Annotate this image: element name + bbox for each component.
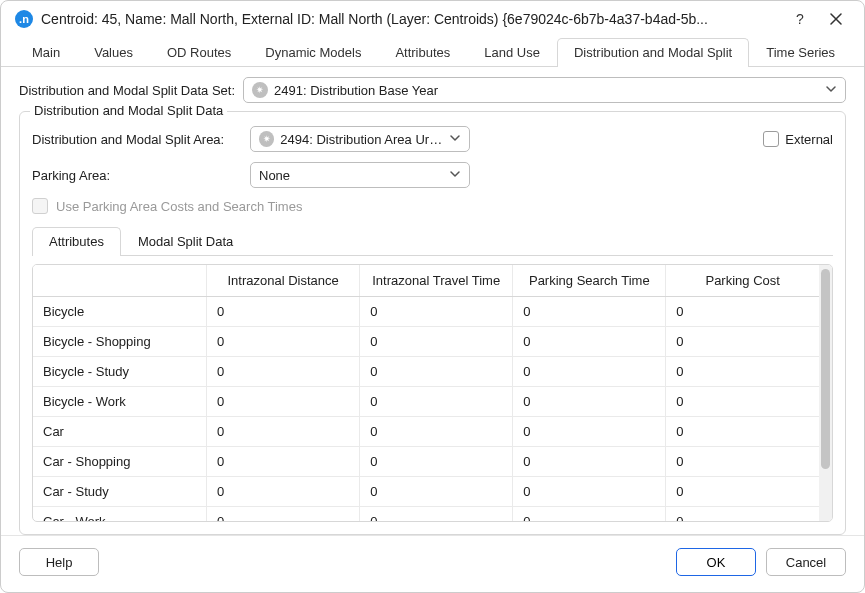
table-frame: Intrazonal Distance Intrazonal Travel Ti… — [32, 264, 833, 522]
tab-time-series[interactable]: Time Series — [749, 38, 852, 67]
tab-main[interactable]: Main — [15, 38, 77, 67]
cell-value[interactable]: 0 — [360, 477, 513, 507]
dataset-label: Distribution and Modal Split Data Set: — [19, 83, 235, 98]
cell-value[interactable]: 0 — [207, 387, 360, 417]
table-row[interactable]: Bicycle0000 — [33, 297, 819, 327]
cell-value[interactable]: 0 — [666, 327, 819, 357]
cell-value[interactable]: 0 — [360, 327, 513, 357]
help-icon[interactable]: ? — [786, 9, 814, 29]
ok-button[interactable]: OK — [676, 548, 756, 576]
cell-value[interactable]: 0 — [666, 507, 819, 522]
table-row[interactable]: Bicycle - Work0000 — [33, 387, 819, 417]
footer: Help OK Cancel — [1, 535, 864, 592]
cell-value[interactable]: 0 — [513, 507, 666, 522]
cell-value[interactable]: 0 — [360, 447, 513, 477]
attributes-table[interactable]: Intrazonal Distance Intrazonal Travel Ti… — [33, 265, 819, 521]
table-row[interactable]: Car - Work0000 — [33, 507, 819, 522]
parking-label: Parking Area: — [32, 168, 242, 183]
cell-mode[interactable]: Car — [33, 417, 207, 447]
parking-row: Parking Area: None — [32, 162, 833, 188]
vertical-scrollbar[interactable] — [819, 265, 832, 521]
external-checkbox[interactable] — [763, 131, 779, 147]
area-combo[interactable]: ✷ 2494: Distribution Area Urban — [250, 126, 470, 152]
use-costs-label: Use Parking Area Costs and Search Times — [56, 199, 302, 214]
cell-value[interactable]: 0 — [513, 447, 666, 477]
distribution-group: Distribution and Modal Split Data Distri… — [19, 111, 846, 535]
cell-value[interactable]: 0 — [513, 297, 666, 327]
area-label: Distribution and Modal Split Area: — [32, 132, 242, 147]
chevron-down-icon — [825, 83, 837, 98]
cell-mode[interactable]: Bicycle - Shopping — [33, 327, 207, 357]
table-row[interactable]: Bicycle - Study0000 — [33, 357, 819, 387]
tab-dynamic-models[interactable]: Dynamic Models — [248, 38, 378, 67]
main-tabstrip: Main Values OD Routes Dynamic Models Att… — [1, 37, 864, 67]
dataset-object-icon: ✷ — [252, 82, 268, 98]
scrollbar-thumb[interactable] — [821, 269, 830, 469]
parking-combo[interactable]: None — [250, 162, 470, 188]
cancel-button[interactable]: Cancel — [766, 548, 846, 576]
use-costs-checkbox — [32, 198, 48, 214]
col-intrazonal-travel-time[interactable]: Intrazonal Travel Time — [360, 265, 513, 297]
cell-value[interactable]: 0 — [207, 477, 360, 507]
cell-mode[interactable]: Bicycle - Work — [33, 387, 207, 417]
help-button[interactable]: Help — [19, 548, 99, 576]
external-check-wrap: External — [763, 131, 833, 147]
cell-value[interactable]: 0 — [513, 327, 666, 357]
cell-value[interactable]: 0 — [360, 417, 513, 447]
cell-value[interactable]: 0 — [513, 417, 666, 447]
tab-od-routes[interactable]: OD Routes — [150, 38, 248, 67]
table-row[interactable]: Bicycle - Shopping0000 — [33, 327, 819, 357]
cell-mode[interactable]: Car - Study — [33, 477, 207, 507]
area-row: Distribution and Modal Split Area: ✷ 249… — [32, 126, 833, 152]
area-value: 2494: Distribution Area Urban — [280, 132, 443, 147]
cell-value[interactable]: 0 — [207, 507, 360, 522]
cell-value[interactable]: 0 — [207, 327, 360, 357]
cell-value[interactable]: 0 — [513, 477, 666, 507]
col-parking-search-time[interactable]: Parking Search Time — [513, 265, 666, 297]
parking-value: None — [259, 168, 443, 183]
cell-mode[interactable]: Car - Work — [33, 507, 207, 522]
cell-mode[interactable]: Bicycle — [33, 297, 207, 327]
innertab-attributes[interactable]: Attributes — [32, 227, 121, 256]
cell-value[interactable]: 0 — [513, 357, 666, 387]
cell-value[interactable]: 0 — [207, 417, 360, 447]
titlebar: .n Centroid: 45, Name: Mall North, Exter… — [1, 1, 864, 35]
app-icon: .n — [15, 10, 33, 28]
col-mode[interactable] — [33, 265, 207, 297]
cell-value[interactable]: 0 — [666, 357, 819, 387]
dataset-row: Distribution and Modal Split Data Set: ✷… — [19, 77, 846, 103]
cell-value[interactable]: 0 — [666, 477, 819, 507]
cell-value[interactable]: 0 — [666, 417, 819, 447]
table-row[interactable]: Car - Shopping0000 — [33, 447, 819, 477]
chevron-down-icon — [449, 132, 461, 147]
window-title: Centroid: 45, Name: Mall North, External… — [41, 11, 778, 27]
dataset-value: 2491: Distribution Base Year — [274, 83, 819, 98]
cell-mode[interactable]: Bicycle - Study — [33, 357, 207, 387]
cell-value[interactable]: 0 — [666, 297, 819, 327]
innertab-modal-split[interactable]: Modal Split Data — [121, 227, 250, 256]
dataset-combo[interactable]: ✷ 2491: Distribution Base Year — [243, 77, 846, 103]
col-intrazonal-distance[interactable]: Intrazonal Distance — [207, 265, 360, 297]
close-icon[interactable] — [822, 9, 850, 29]
tab-land-use[interactable]: Land Use — [467, 38, 557, 67]
tab-distribution-modal-split[interactable]: Distribution and Modal Split — [557, 38, 749, 67]
cell-value[interactable]: 0 — [207, 297, 360, 327]
external-label: External — [785, 132, 833, 147]
use-costs-row: Use Parking Area Costs and Search Times — [32, 198, 833, 214]
body: Distribution and Modal Split Data Set: ✷… — [1, 67, 864, 535]
cell-value[interactable]: 0 — [360, 297, 513, 327]
col-parking-cost[interactable]: Parking Cost — [666, 265, 819, 297]
cell-value[interactable]: 0 — [360, 387, 513, 417]
cell-value[interactable]: 0 — [513, 387, 666, 417]
cell-value[interactable]: 0 — [360, 507, 513, 522]
table-row[interactable]: Car0000 — [33, 417, 819, 447]
table-row[interactable]: Car - Study0000 — [33, 477, 819, 507]
cell-value[interactable]: 0 — [666, 447, 819, 477]
cell-mode[interactable]: Car - Shopping — [33, 447, 207, 477]
cell-value[interactable]: 0 — [207, 357, 360, 387]
tab-attributes[interactable]: Attributes — [378, 38, 467, 67]
cell-value[interactable]: 0 — [207, 447, 360, 477]
cell-value[interactable]: 0 — [666, 387, 819, 417]
cell-value[interactable]: 0 — [360, 357, 513, 387]
tab-values[interactable]: Values — [77, 38, 150, 67]
